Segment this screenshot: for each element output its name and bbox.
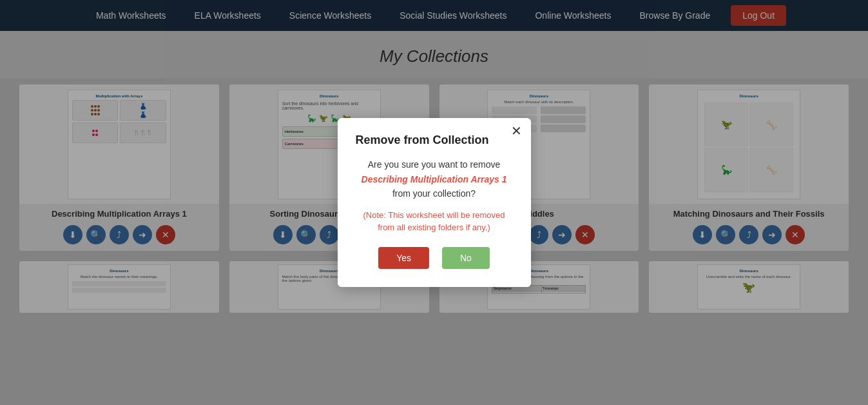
modal-overlay: ✕ Remove from Collection Are you sure yo… <box>0 0 868 405</box>
confirm-yes-button[interactable]: Yes <box>378 247 429 269</box>
modal-highlight: Describing Multiplication Arrays 1 <box>362 174 507 184</box>
modal-body-line1: Are you sure you want to remove <box>368 159 500 170</box>
remove-collection-modal: ✕ Remove from Collection Are you sure yo… <box>338 118 531 286</box>
modal-buttons: Yes No <box>356 247 513 269</box>
modal-close-button[interactable]: ✕ <box>511 124 522 137</box>
modal-body-line2: from your collection? <box>392 188 476 199</box>
modal-note: (Note: This worksheet will be removed fr… <box>356 209 513 234</box>
confirm-no-button[interactable]: No <box>442 247 490 269</box>
modal-title: Remove from Collection <box>356 133 513 147</box>
modal-body: Are you sure you want to remove Describi… <box>356 157 513 201</box>
